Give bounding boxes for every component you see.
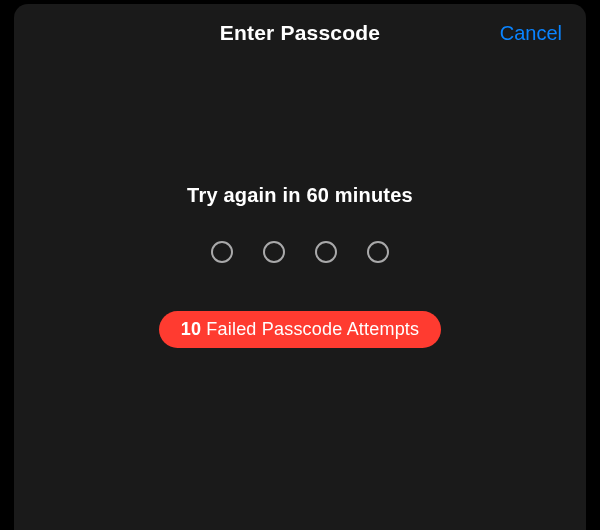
passcode-panel: Enter Passcode Cancel Try again in 60 mi… <box>14 4 586 530</box>
cancel-button[interactable]: Cancel <box>500 22 562 45</box>
error-text: Failed Passcode Attempts <box>206 319 419 339</box>
passcode-dots <box>211 241 389 263</box>
lockout-message: Try again in 60 minutes <box>187 184 413 207</box>
error-badge: 10 Failed Passcode Attempts <box>159 311 442 348</box>
passcode-dot <box>315 241 337 263</box>
passcode-dot <box>211 241 233 263</box>
passcode-dot <box>263 241 285 263</box>
page-title: Enter Passcode <box>220 21 380 45</box>
content-area: Try again in 60 minutes 10 Failed Passco… <box>14 184 586 348</box>
error-count: 10 <box>181 319 201 339</box>
passcode-dot <box>367 241 389 263</box>
header: Enter Passcode Cancel <box>14 4 586 62</box>
